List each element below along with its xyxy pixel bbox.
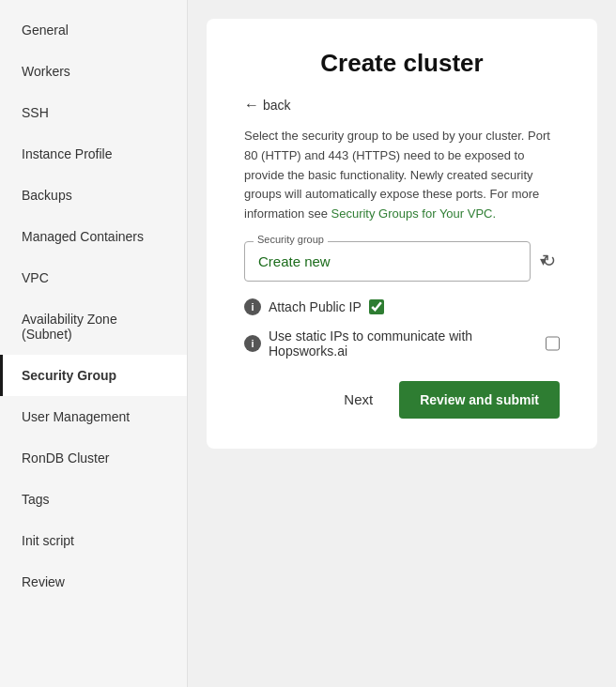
refresh-button[interactable]: ↻ — [538, 247, 560, 275]
description-text: Select the security group to be used by … — [244, 127, 560, 224]
attach-public-ip-label: Attach Public IP — [269, 299, 362, 314]
sidebar-item-vpc[interactable]: VPC — [0, 257, 187, 298]
security-group-field: Security group Create new ▾ ↻ — [244, 241, 560, 282]
sidebar-item-security-group[interactable]: Security Group — [0, 355, 187, 396]
sidebar-item-tags[interactable]: Tags — [0, 479, 187, 520]
sidebar-item-init-script[interactable]: Init script — [0, 520, 187, 561]
sidebar-item-ssh[interactable]: SSH — [0, 92, 187, 133]
info-icon-attach[interactable]: i — [244, 298, 261, 315]
info-icon-static[interactable]: i — [244, 335, 261, 352]
select-wrapper: Create new ▾ ↻ — [244, 241, 560, 282]
use-static-ips-checkbox[interactable] — [546, 336, 560, 351]
action-row: Next Review and submit — [244, 381, 560, 419]
sidebar-item-instance-profile[interactable]: Instance Profile — [0, 133, 187, 175]
back-label: back — [263, 98, 291, 113]
back-arrow-icon: ← — [244, 97, 259, 114]
sidebar-item-backups[interactable]: Backups — [0, 175, 187, 216]
main-content: Create cluster ← back Select the securit… — [188, 0, 616, 687]
back-link[interactable]: ← back — [244, 97, 560, 114]
sidebar-item-availability-zone[interactable]: Availability Zone (Subnet) — [0, 298, 187, 355]
page-title: Create cluster — [244, 49, 560, 78]
description-link[interactable]: Security Groups for Your VPC. — [331, 206, 497, 221]
sidebar: GeneralWorkersSSHInstance ProfileBackups… — [0, 0, 188, 687]
sidebar-item-user-management[interactable]: User Management — [0, 396, 187, 437]
sidebar-item-general[interactable]: General — [0, 9, 187, 51]
security-group-select[interactable]: Create new — [244, 241, 531, 282]
attach-public-ip-checkbox[interactable] — [369, 299, 384, 314]
sidebar-item-rondb-cluster[interactable]: RonDB Cluster — [0, 437, 187, 479]
use-static-ips-row: i Use static IPs to communicate with Hop… — [244, 328, 560, 359]
create-cluster-card: Create cluster ← back Select the securit… — [207, 19, 597, 449]
review-submit-button[interactable]: Review and submit — [399, 381, 560, 419]
next-button[interactable]: Next — [332, 384, 384, 415]
sidebar-item-workers[interactable]: Workers — [0, 51, 187, 92]
attach-public-ip-row: i Attach Public IP — [244, 298, 560, 315]
sidebar-item-managed-containers[interactable]: Managed Containers — [0, 216, 187, 257]
use-static-ips-label: Use static IPs to communicate with Hopsw… — [269, 328, 538, 359]
security-group-label: Security group — [254, 234, 328, 245]
sidebar-item-review[interactable]: Review — [0, 561, 187, 603]
